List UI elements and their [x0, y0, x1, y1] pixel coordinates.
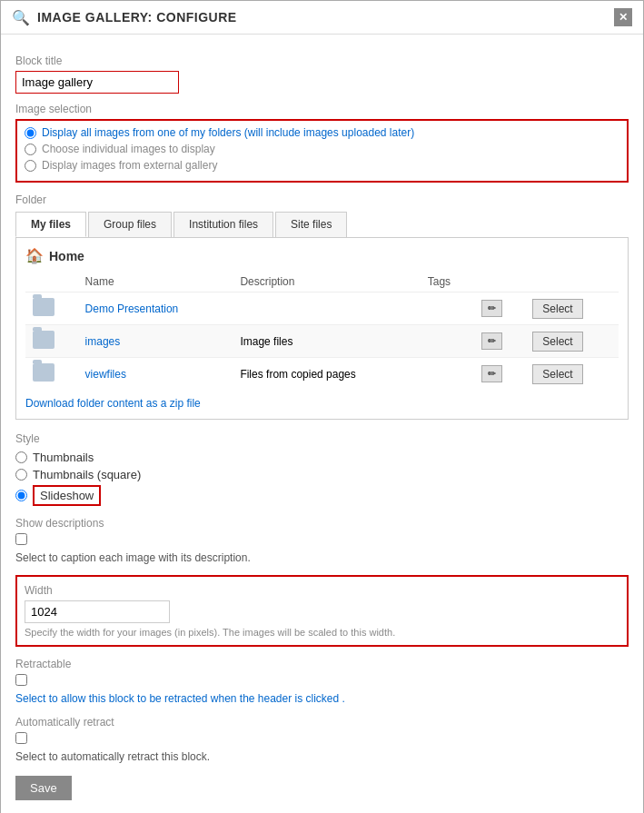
show-descriptions-checkbox[interactable]: [15, 533, 27, 545]
tab-site-files[interactable]: Site files: [275, 212, 347, 237]
home-label: Home: [49, 249, 84, 263]
folder-section: Folder My files Group files Institution …: [15, 193, 629, 420]
dialog-title: IMAGE GALLERY: CONFIGURE: [37, 10, 607, 25]
radio-external[interactable]: [25, 160, 36, 172]
show-descriptions-hint: Select to caption each image with its de…: [15, 551, 629, 564]
file-tags-1: [421, 325, 475, 358]
auto-retract-section: Automatically retract Select to automati…: [15, 716, 629, 763]
radio-thumbnails-square[interactable]: [15, 469, 27, 481]
file-desc-0: [233, 292, 420, 325]
radio-slideshow[interactable]: [15, 490, 27, 501]
home-icon: 🏠: [25, 247, 44, 264]
select-btn-2[interactable]: Select: [532, 364, 582, 384]
slideshow-label: Slideshow: [33, 485, 101, 506]
file-tags-0: [421, 292, 475, 325]
style-section: Style Thumbnails Thumbnails (square) Sli…: [15, 432, 629, 506]
dialog-header: 🔍 IMAGE GALLERY: CONFIGURE ✕: [1, 1, 643, 35]
edit-btn-1[interactable]: ✏: [481, 332, 502, 350]
radio-all-folders[interactable]: [25, 127, 36, 139]
tab-group-files[interactable]: Group files: [88, 212, 172, 237]
style-option-thumbnails-square[interactable]: Thumbnails (square): [15, 468, 629, 481]
retractable-section: Retractable Select to allow this block t…: [15, 658, 629, 705]
file-name-0[interactable]: Demo Presentation: [85, 302, 179, 315]
file-browser: 🏠 Home Name Description Tags: [15, 238, 629, 420]
download-link[interactable]: Download folder content as a zip file: [25, 397, 201, 410]
show-descriptions-label: Show descriptions: [15, 517, 629, 530]
file-desc-1: Image files: [233, 325, 420, 358]
radio-individual[interactable]: [25, 144, 36, 155]
style-option-slideshow[interactable]: Slideshow: [15, 485, 629, 506]
dialog-body: Block title Image selection Display all …: [1, 35, 643, 813]
col-actions-header: [474, 272, 525, 292]
radio-all-folders-label: Display all images from one of my folder…: [42, 126, 414, 139]
folder-label: Folder: [15, 193, 629, 206]
radio-option-individual[interactable]: Choose individual images to display: [25, 143, 619, 155]
file-name-1[interactable]: images: [85, 335, 121, 348]
auto-retract-label: Automatically retract: [15, 716, 629, 729]
col-name-header: Name: [78, 272, 233, 292]
folder-icon: [33, 298, 54, 316]
folder-icon: [33, 363, 54, 382]
image-selection-box: Display all images from one of my folder…: [15, 119, 629, 183]
auto-retract-hint: Select to automatically retract this blo…: [15, 750, 629, 763]
width-hint: Specify the width for your images (in pi…: [25, 627, 619, 638]
table-row: images Image files ✏ Select: [25, 325, 619, 358]
save-button[interactable]: Save: [15, 776, 72, 800]
file-name-2[interactable]: viewfiles: [85, 368, 126, 381]
col-tags-header: Tags: [421, 272, 475, 292]
block-title-input[interactable]: [15, 71, 179, 94]
col-select-header: [525, 272, 619, 292]
search-icon: 🔍: [12, 9, 30, 26]
radio-thumbnails[interactable]: [15, 451, 27, 463]
folder-tabs: My files Group files Institution files S…: [15, 212, 629, 238]
retractable-hint: Select to allow this block to be retract…: [15, 692, 629, 705]
col-icon-header: [25, 272, 78, 292]
edit-btn-0[interactable]: ✏: [481, 300, 502, 317]
radio-option-external[interactable]: Display images from external gallery: [25, 159, 619, 172]
table-row: Demo Presentation ✏ Select: [25, 292, 619, 325]
edit-btn-2[interactable]: ✏: [481, 365, 502, 382]
image-selection-label: Image selection: [15, 103, 629, 115]
file-desc-2: Files from copied pages: [233, 358, 420, 391]
home-header: 🏠 Home: [25, 247, 619, 264]
auto-retract-checkbox[interactable]: [15, 732, 27, 744]
thumbnails-square-label: Thumbnails (square): [33, 468, 141, 481]
width-label: Width: [25, 584, 619, 597]
close-button[interactable]: ✕: [614, 8, 632, 26]
style-option-thumbnails[interactable]: Thumbnails: [15, 451, 629, 464]
image-gallery-dialog: 🔍 IMAGE GALLERY: CONFIGURE ✕ Block title…: [0, 0, 644, 813]
file-table: Name Description Tags Demo Presentation: [25, 272, 619, 390]
tab-institution-files[interactable]: Institution files: [173, 212, 273, 237]
folder-icon: [33, 331, 54, 349]
retractable-label: Retractable: [15, 658, 629, 670]
retractable-checkbox[interactable]: [15, 674, 27, 686]
width-input[interactable]: [25, 600, 170, 623]
col-desc-header: Description: [233, 272, 420, 292]
radio-individual-label: Choose individual images to display: [42, 143, 215, 155]
select-btn-0[interactable]: Select: [532, 299, 582, 319]
width-section: Width Specify the width for your images …: [15, 575, 629, 647]
tab-my-files[interactable]: My files: [15, 212, 86, 237]
style-label: Style: [15, 432, 629, 445]
block-title-label: Block title: [15, 55, 629, 67]
radio-option-all-folders[interactable]: Display all images from one of my folder…: [25, 126, 619, 139]
table-row: viewfiles Files from copied pages ✏ Sele…: [25, 358, 619, 391]
show-descriptions-section: Show descriptions Select to caption each…: [15, 517, 629, 564]
file-tags-2: [421, 358, 475, 391]
radio-external-label: Display images from external gallery: [42, 159, 217, 172]
thumbnails-label: Thumbnails: [33, 451, 94, 464]
select-btn-1[interactable]: Select: [532, 332, 582, 352]
